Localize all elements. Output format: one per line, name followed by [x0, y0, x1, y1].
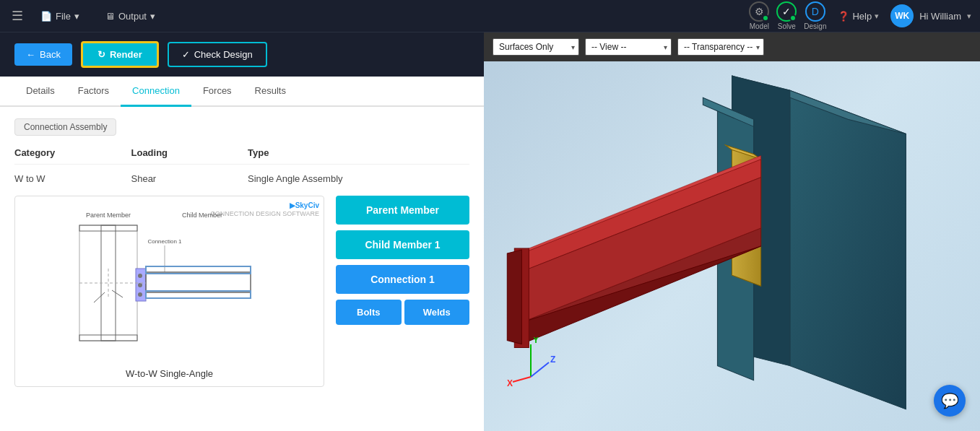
viewer-3d[interactable]: Y Z X 💬 — [484, 61, 980, 431]
solve-mode-icon[interactable]: ✓ Solve — [776, 1, 797, 30]
chat-icon: 💬 — [941, 392, 959, 409]
col-loading: Loading — [131, 147, 243, 158]
main-content: ▶SkyCiv CONNECTION DESIGN SOFTWARE Paren… — [14, 196, 469, 387]
user-avatar: WK — [890, 4, 914, 27]
main-layout: ← Back ↻ Render ✓ Check Design Details F… — [0, 32, 980, 431]
render-button[interactable]: ↻ Render — [81, 41, 159, 68]
back-arrow-icon: ← — [26, 49, 35, 60]
col-category: Category — [14, 147, 126, 158]
parent-member-button[interactable]: Parent Member — [336, 196, 469, 225]
child-member-button[interactable]: Child Member 1 — [336, 230, 469, 259]
file-menu-button[interactable]: 📄 File ▾ — [35, 8, 85, 25]
svg-text:X: X — [507, 378, 513, 388]
svg-point-11 — [138, 292, 142, 297]
tab-forces[interactable]: Forces — [191, 77, 243, 107]
nav-right: ⚙ Model ✓ Solve D Design ❓ Help — [749, 1, 971, 30]
view-select[interactable]: -- View -- — [585, 38, 672, 56]
beam-3d-illustration — [484, 61, 980, 431]
output-menu-button[interactable]: 🖥 Output ▾ — [100, 8, 161, 25]
left-panel: ← Back ↻ Render ✓ Check Design Details F… — [0, 32, 484, 431]
svg-rect-5 — [101, 225, 116, 341]
model-mode-icon[interactable]: ⚙ Model — [749, 1, 769, 30]
cell-type: Single Angle Assembly — [248, 173, 469, 184]
right-panel: Surfaces Only ▾ -- View -- ▾ -- Transpar… — [484, 32, 980, 431]
svg-text:Parent Member: Parent Member — [85, 212, 130, 219]
mode-icons-group: ⚙ Model ✓ Solve D Design — [749, 1, 826, 30]
user-name-label: Hi William — [919, 11, 961, 22]
transparency-wrapper[interactable]: -- Transparency -- ▾ — [677, 38, 764, 56]
table-data-row: W to W Shear Single Angle Assembly — [14, 170, 469, 187]
transparency-select[interactable]: -- Transparency -- — [677, 38, 764, 56]
cell-loading: Shear — [131, 173, 243, 184]
svg-marker-19 — [790, 90, 906, 409]
back-button[interactable]: ← Back — [14, 43, 72, 66]
help-button[interactable]: ❓ Help ▾ — [838, 11, 879, 22]
svg-text:Connection 1: Connection 1 — [147, 238, 182, 245]
file-icon: 📄 — [40, 11, 52, 22]
buttons-panel: Parent Member Child Member 1 Connection … — [336, 196, 469, 387]
design-mode-icon[interactable]: D Design — [804, 1, 826, 30]
scene-background: Y Z X 💬 — [484, 61, 980, 431]
connection-button[interactable]: Connection 1 — [336, 265, 469, 294]
nav-logo-section: 📄 File ▾ 🖥 Output ▾ — [35, 8, 749, 25]
bolts-welds-row: Bolts Welds — [336, 300, 469, 325]
check-icon: ✓ — [182, 49, 190, 60]
user-menu[interactable]: WK Hi William ▾ — [890, 4, 971, 27]
table-header: Category Loading Type — [14, 147, 469, 165]
chat-bubble-button[interactable]: 💬 — [934, 385, 966, 417]
svg-rect-4 — [79, 225, 137, 341]
svg-text:Z: Z — [550, 354, 555, 365]
output-icon: 🖥 — [105, 11, 115, 22]
cell-category: W to W — [14, 173, 126, 184]
action-bar: ← Back ↻ Render ✓ Check Design — [0, 32, 484, 77]
tab-results[interactable]: Results — [243, 77, 298, 107]
axis-indicator: Y Z X — [506, 337, 556, 388]
diagram-svg: Parent Member Child Member Connection 1 — [22, 204, 316, 362]
diagram-label: W-to-W Single-Angle — [22, 368, 316, 379]
top-navigation: ☰ 📄 File ▾ 🖥 Output ▾ ⚙ Model ✓ — [0, 0, 980, 32]
section-badge: Connection Assembly — [14, 118, 116, 136]
render-icon: ↻ — [97, 49, 105, 60]
help-icon: ❓ — [838, 11, 849, 22]
svg-line-17 — [112, 290, 123, 297]
svg-text:Y: Y — [533, 337, 539, 345]
svg-point-9 — [138, 274, 142, 278]
svg-line-45 — [513, 377, 531, 382]
svg-point-10 — [138, 283, 142, 287]
view-wrapper[interactable]: -- View -- ▾ — [585, 38, 672, 56]
viewer-toolbar: Surfaces Only ▾ -- View -- ▾ -- Transpar… — [484, 32, 980, 61]
svg-line-18 — [94, 292, 105, 302]
tab-details[interactable]: Details — [14, 77, 66, 107]
welds-button[interactable]: Welds — [404, 300, 470, 325]
tabs-bar: Details Factors Connection Forces Result… — [0, 77, 484, 107]
tab-factors[interactable]: Factors — [66, 77, 121, 107]
bolts-button[interactable]: Bolts — [336, 300, 402, 325]
svg-rect-12 — [146, 272, 251, 292]
tab-connection[interactable]: Connection — [121, 77, 191, 107]
svg-line-43 — [531, 362, 549, 377]
svg-marker-40 — [507, 250, 521, 344]
check-design-button[interactable]: ✓ Check Design — [168, 42, 267, 67]
svg-rect-6 — [79, 225, 137, 231]
svg-rect-7 — [79, 335, 137, 341]
surfaces-only-wrapper[interactable]: Surfaces Only ▾ — [493, 38, 579, 56]
user-dropdown-arrow: ▾ — [967, 12, 971, 21]
content-area: Connection Assembly Category Loading Typ… — [0, 107, 484, 431]
col-type: Type — [248, 147, 469, 158]
surfaces-only-select[interactable]: Surfaces Only — [493, 38, 579, 56]
diagram-box: ▶SkyCiv CONNECTION DESIGN SOFTWARE Paren… — [14, 196, 324, 387]
diagram-area: ▶SkyCiv CONNECTION DESIGN SOFTWARE Paren… — [14, 196, 324, 387]
hamburger-menu-icon[interactable]: ☰ — [9, 5, 26, 27]
svg-text:Child Member: Child Member — [181, 212, 222, 219]
